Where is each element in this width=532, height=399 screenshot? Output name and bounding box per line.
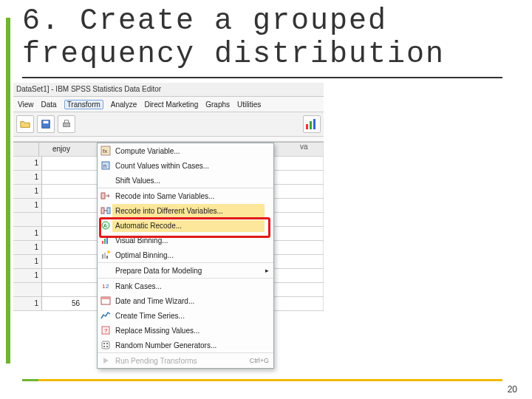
- svg-point-31: [106, 343, 108, 344]
- svg-rect-20: [104, 253, 106, 259]
- menu-item-run-pending-transforms: Run Pending TransformsCtrl+G: [98, 353, 273, 368]
- svg-rect-13: [107, 208, 110, 214]
- svg-rect-16: [102, 241, 103, 244]
- menu-item-label: Compute Variable...: [115, 147, 269, 155]
- menu-analyze[interactable]: Analyze: [111, 100, 137, 109]
- blank-icon: [100, 175, 111, 185]
- recode-diff-icon: [100, 205, 111, 216]
- menu-item-recode-into-same-variables[interactable]: Recode into Same Variables...: [98, 188, 273, 203]
- svg-text:2: 2: [106, 283, 109, 290]
- menu-item-optimal-binning[interactable]: Optimal Binning...: [98, 248, 273, 263]
- row-head[interactable]: 1: [13, 269, 42, 282]
- save-button[interactable]: [37, 115, 55, 133]
- svg-rect-11: [101, 193, 105, 199]
- submenu-arrow-icon: ▸: [265, 267, 269, 274]
- menu-item-shift-values[interactable]: Shift Values...: [98, 173, 273, 188]
- menu-item-label: Run Pending Transforms: [115, 357, 245, 365]
- optimal-icon: [100, 250, 111, 260]
- menu-item-rank-cases[interactable]: 12Rank Cases...: [98, 279, 273, 293]
- svg-rect-4: [306, 124, 308, 129]
- toolbar: [13, 112, 324, 137]
- auto-icon: A: [100, 220, 111, 231]
- rank-icon: 12: [100, 281, 111, 291]
- column-header-right: va: [300, 143, 321, 151]
- menu-item-label: Rank Cases...: [115, 282, 269, 290]
- menu-item-date-and-time-wizard[interactable]: Date and Time Wizard...: [98, 293, 273, 308]
- menu-item-label: Optimal Binning...: [115, 251, 269, 259]
- print-button[interactable]: [58, 115, 75, 133]
- window-title-bar: DataSet1] - IBM SPSS Statistics Data Edi…: [13, 83, 324, 97]
- visual-icon: [100, 235, 111, 245]
- svg-rect-1: [44, 121, 49, 124]
- row-head[interactable]: 1: [13, 185, 42, 198]
- transform-dropdown: fxCompute Variable...nCount Values withi…: [97, 143, 274, 369]
- menu-bar: View Data Transform Analyze Direct Marke…: [13, 97, 324, 112]
- count-icon: n: [100, 160, 111, 171]
- title-underline: [22, 77, 502, 78]
- run-icon: [100, 355, 111, 366]
- compute-icon: fx: [100, 146, 111, 156]
- slide-accent-bar: [6, 18, 10, 364]
- menu-item-compute-variable[interactable]: fxCompute Variable...: [98, 143, 273, 158]
- menu-graphs[interactable]: Graphs: [205, 100, 230, 109]
- svg-text:fx: fx: [103, 148, 107, 154]
- menu-item-random-number-generators[interactable]: Random Number Generators...: [98, 338, 273, 353]
- row-header-blank: [13, 143, 39, 156]
- svg-rect-5: [310, 121, 312, 129]
- random-icon: [100, 340, 111, 350]
- menu-item-label: Recode into Different Variables...: [115, 207, 269, 215]
- date-icon: [100, 296, 111, 306]
- menu-item-label: Replace Missing Values...: [115, 327, 269, 335]
- row-head[interactable]: 1: [13, 241, 42, 254]
- menu-shortcut: Ctrl+G: [250, 357, 269, 364]
- menu-item-label: Count Values within Cases...: [115, 162, 269, 170]
- open-button[interactable]: [16, 115, 34, 133]
- svg-rect-21: [106, 256, 108, 259]
- row-head[interactable]: 1: [13, 297, 42, 310]
- slide-bottom-accent: [22, 379, 502, 381]
- menu-item-count-values-within-cases[interactable]: nCount Values within Cases...: [98, 158, 273, 173]
- row-head[interactable]: 1: [13, 227, 42, 240]
- menu-transform[interactable]: Transform: [64, 100, 103, 109]
- menu-view[interactable]: View: [18, 100, 34, 109]
- menu-item-label: Recode into Same Variables...: [115, 192, 269, 200]
- svg-point-32: [103, 346, 105, 347]
- menu-utilities[interactable]: Utilities: [237, 100, 261, 109]
- row-head[interactable]: 1: [13, 255, 42, 268]
- svg-rect-2: [64, 123, 70, 126]
- menu-item-replace-missing-values[interactable]: ?Replace Missing Values...: [98, 323, 273, 338]
- row-head[interactable]: 1: [13, 199, 42, 212]
- menu-item-prepare-data-for-modeling[interactable]: Prepare Data for Modeling▸: [98, 263, 273, 279]
- svg-rect-18: [106, 237, 108, 244]
- menu-item-recode-into-different-variables[interactable]: Recode into Different Variables...: [98, 203, 273, 218]
- menu-data[interactable]: Data: [41, 100, 57, 109]
- svg-rect-19: [102, 254, 103, 259]
- blank-icon: [100, 265, 111, 276]
- svg-rect-12: [101, 208, 104, 214]
- menu-item-create-time-series[interactable]: Create Time Series...: [98, 308, 273, 323]
- spss-window: DataSet1] - IBM SPSS Statistics Data Edi…: [13, 83, 324, 364]
- row-head[interactable]: 1: [13, 171, 42, 184]
- svg-point-30: [103, 343, 105, 344]
- menu-item-label: Date and Time Wizard...: [115, 297, 269, 305]
- menu-item-label: Prepare Data for Modeling: [115, 267, 261, 275]
- menu-direct-marketing[interactable]: Direct Marketing: [144, 100, 198, 109]
- data-grid: enjoy va fxCompute Variable...nCount Val…: [13, 142, 324, 311]
- series-icon: [100, 310, 111, 321]
- svg-rect-29: [102, 341, 109, 349]
- svg-point-22: [107, 250, 110, 253]
- menu-item-visual-binning[interactable]: Visual Binning...: [98, 233, 273, 248]
- menu-item-label: Random Number Generators...: [115, 341, 269, 349]
- svg-rect-17: [104, 239, 106, 244]
- svg-point-33: [106, 346, 108, 347]
- menu-item-automatic-recode[interactable]: AAutomatic Recode...: [98, 218, 273, 233]
- row-head[interactable]: 1: [13, 157, 42, 170]
- menu-item-label: Create Time Series...: [115, 312, 269, 320]
- row-head[interactable]: [13, 283, 42, 296]
- chart-button[interactable]: [303, 115, 321, 133]
- row-head[interactable]: [13, 213, 42, 226]
- svg-text:A: A: [103, 223, 107, 228]
- menu-item-label: Visual Binning...: [115, 236, 269, 245]
- replace-icon: ?: [100, 325, 111, 335]
- page-number: 20: [508, 384, 517, 395]
